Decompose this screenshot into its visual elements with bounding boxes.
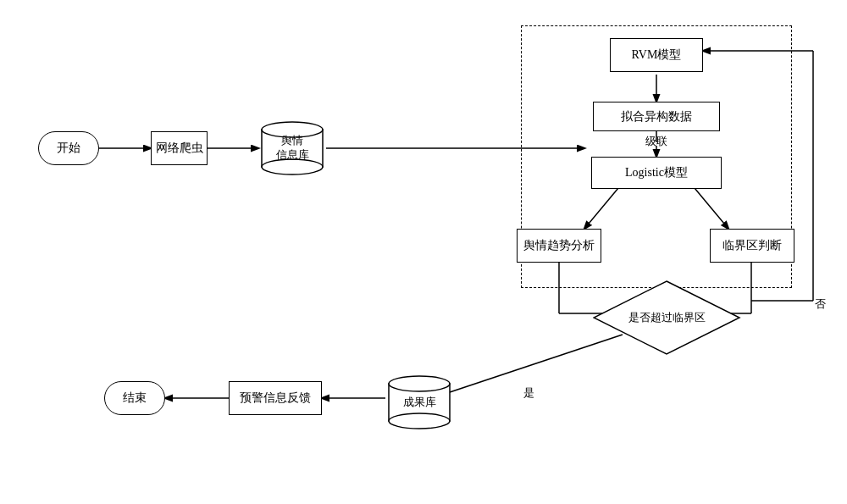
crawler-node: 网络爬虫 (151, 131, 208, 165)
flowchart: 开始 网络爬虫 舆情 信息库 RVM模型 拟合异构数据 级联 Logistic模… (0, 0, 847, 504)
result-db-node: 成果库 (385, 375, 453, 429)
cascade-label: 级联 (634, 134, 679, 151)
exceed-node: 是否超过临界区 (593, 280, 741, 356)
svg-point-24 (389, 413, 450, 429)
yes-label: 是 (523, 385, 534, 401)
rvm-node: RVM模型 (610, 38, 703, 72)
fit-data-node: 拟合异构数据 (593, 102, 720, 131)
svg-point-23 (389, 376, 450, 391)
end-node: 结束 (104, 381, 165, 415)
start-node: 开始 (38, 131, 99, 165)
trend-node: 舆情趋势分析 (517, 229, 601, 263)
info-db-node: 舆情 信息库 (258, 121, 326, 175)
logistic-node: Logistic模型 (591, 157, 722, 189)
warning-node: 预警信息反馈 (229, 381, 322, 415)
boundary-node: 临界区判断 (710, 229, 794, 263)
no-label: 否 (815, 296, 826, 312)
